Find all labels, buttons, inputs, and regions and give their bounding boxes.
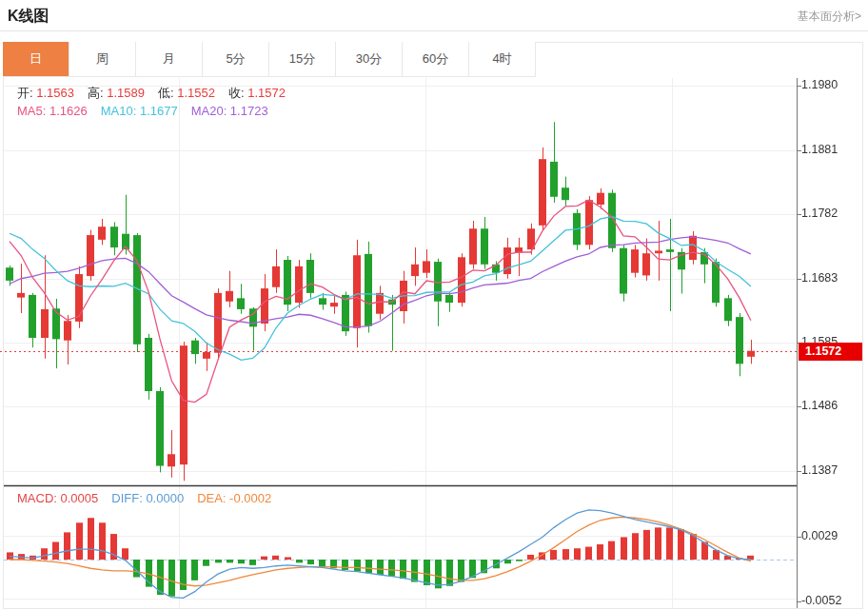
kline-screen: K线图 基本面分析> 日周月5分15分30分60分4时 开: 1.1563高: … bbox=[0, 0, 868, 610]
tab-30分[interactable]: 30分 bbox=[336, 42, 403, 76]
price-tick-label: 1.1980 bbox=[801, 78, 838, 91]
price-tick-label: 1.1683 bbox=[801, 271, 838, 285]
tab-60分[interactable]: 60分 bbox=[403, 42, 469, 76]
chart-panel bbox=[3, 42, 863, 609]
price-tick-label: 1.1486 bbox=[801, 399, 838, 412]
tab-4时[interactable]: 4时 bbox=[469, 42, 536, 76]
legend-item: DIFF: 0.0000 bbox=[111, 491, 184, 505]
titlebar: K线图 基本面分析> bbox=[0, 0, 868, 31]
price-tick-label: 1.1881 bbox=[801, 143, 838, 156]
macd-tick-label: 0.0029 bbox=[801, 529, 838, 542]
tab-15分[interactable]: 15分 bbox=[269, 42, 336, 76]
legend-item: MACD: 0.0005 bbox=[17, 491, 98, 505]
tab-月[interactable]: 月 bbox=[136, 42, 203, 76]
legend-item: DEA: -0.0002 bbox=[197, 491, 271, 505]
ohlc-legend: 开: 1.1563高: 1.1589低: 1.1552收: 1.1572 bbox=[17, 85, 299, 102]
tab-周[interactable]: 周 bbox=[69, 42, 136, 76]
legend-item: MA5: 1.1626 bbox=[17, 104, 88, 118]
page-title: K线图 bbox=[8, 7, 49, 27]
tab-5分[interactable]: 5分 bbox=[203, 42, 269, 76]
tab-日[interactable]: 日 bbox=[3, 42, 69, 76]
legend-item: 高: 1.1589 bbox=[88, 86, 145, 100]
macd-legend: MACD: 0.0005DIFF: 0.0000DEA: -0.0002 bbox=[17, 491, 285, 505]
legend-item: 收: 1.1572 bbox=[228, 86, 286, 100]
legend-item: 低: 1.1552 bbox=[158, 86, 215, 100]
last-price-badge: 1.1572 bbox=[799, 343, 862, 361]
legend-item: 开: 1.1563 bbox=[17, 86, 74, 100]
interval-tabs: 日周月5分15分30分60分4时 bbox=[3, 42, 536, 77]
legend-item: MA20: 1.1723 bbox=[191, 104, 268, 118]
price-tick-label: 1.1387 bbox=[801, 463, 838, 477]
macd-tick-label: -0.0052 bbox=[801, 594, 841, 607]
price-tick-label: 1.1782 bbox=[801, 207, 838, 220]
fundamental-analysis-link[interactable]: 基本面分析> bbox=[798, 9, 861, 25]
legend-item: MA10: 1.1677 bbox=[101, 104, 178, 118]
ma-legend: MA5: 1.1626MA10: 1.1677MA20: 1.1723 bbox=[17, 104, 282, 118]
